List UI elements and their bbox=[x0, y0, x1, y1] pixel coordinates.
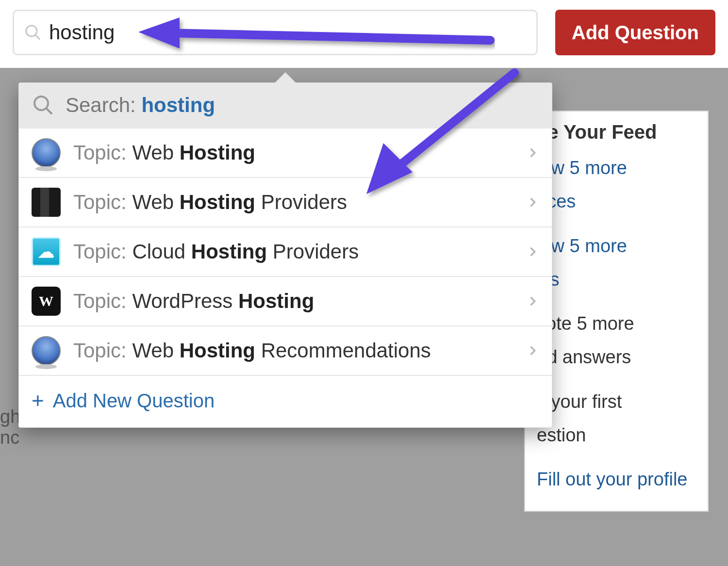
add-new-question-link[interactable]: + Add New Question bbox=[19, 375, 552, 427]
cloud-icon bbox=[32, 237, 61, 266]
top-bar: Add Question bbox=[0, 0, 728, 67]
sidebar-link[interactable]: aces bbox=[537, 189, 696, 214]
chevron-right-icon bbox=[526, 294, 539, 308]
sidebar-link[interactable]: low 5 more bbox=[537, 234, 696, 259]
sidebar-text: k your first bbox=[537, 389, 696, 414]
dropdown-item-label: Topic: Web Hosting bbox=[73, 141, 513, 164]
dropdown-item-label: Topic: Web Hosting Providers bbox=[73, 191, 513, 214]
dropdown-search-row[interactable]: Search: hosting bbox=[19, 83, 552, 128]
sidebar-text: od answers bbox=[537, 345, 696, 370]
svg-line-1 bbox=[36, 35, 40, 40]
sidebar-text: vote 5 more bbox=[537, 311, 696, 336]
chevron-right-icon bbox=[526, 245, 539, 259]
sidebar-link[interactable]: low 5 more bbox=[537, 156, 696, 180]
dropdown-item-label: Topic: Cloud Hosting Providers bbox=[73, 240, 513, 263]
sidebar-link[interactable]: Fill out your profile bbox=[537, 467, 696, 492]
search-icon bbox=[32, 94, 55, 117]
dropdown-item-label: Topic: WordPress Hosting bbox=[73, 290, 513, 313]
server-icon bbox=[32, 188, 61, 217]
svg-point-0 bbox=[26, 26, 37, 36]
plus-icon: + bbox=[32, 388, 44, 413]
search-field[interactable] bbox=[13, 10, 538, 55]
search-dropdown: Search: hosting Topic: Web Hosting Topic… bbox=[18, 82, 552, 428]
dropdown-item-label: Topic: Web Hosting Recommendations bbox=[73, 339, 513, 362]
dropdown-topic-item[interactable]: Topic: Web Hosting Providers bbox=[19, 177, 552, 226]
wordpress-icon bbox=[32, 287, 61, 316]
chevron-right-icon bbox=[526, 146, 539, 160]
add-new-question-label: Add New Question bbox=[53, 390, 215, 412]
search-icon bbox=[24, 23, 42, 42]
svg-point-2 bbox=[34, 97, 48, 110]
dropdown-topic-item[interactable]: Topic: Web Hosting Recommendations bbox=[19, 325, 552, 375]
search-input[interactable] bbox=[49, 21, 527, 44]
dropdown-topic-item[interactable]: Topic: Web Hosting bbox=[19, 128, 552, 177]
left-fragment: gh nc bbox=[0, 406, 20, 448]
dropdown-topic-item[interactable]: Topic: Cloud Hosting Providers bbox=[19, 226, 552, 276]
add-question-button[interactable]: Add Question bbox=[555, 10, 715, 55]
sidebar-text: estion bbox=[537, 423, 696, 448]
svg-line-3 bbox=[47, 109, 52, 114]
globe-icon bbox=[32, 138, 61, 167]
chevron-right-icon bbox=[526, 195, 539, 209]
globe-icon bbox=[32, 336, 61, 365]
chevron-right-icon bbox=[526, 344, 539, 357]
dropdown-search-label: Search: hosting bbox=[66, 94, 215, 117]
sidebar-title: ve Your Feed bbox=[537, 121, 696, 143]
dropdown-topic-item[interactable]: Topic: WordPress Hosting bbox=[19, 276, 552, 325]
sidebar-link[interactable]: ics bbox=[537, 267, 696, 292]
